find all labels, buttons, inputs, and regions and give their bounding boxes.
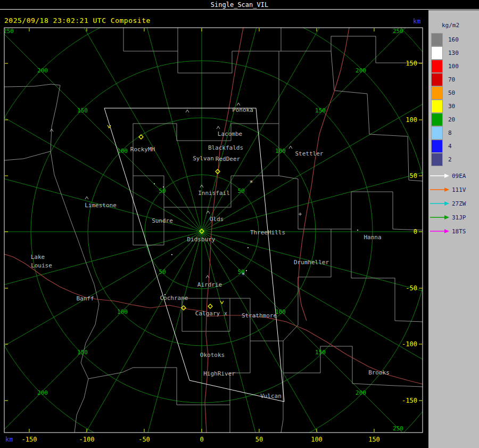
y-axis-label: 100 bbox=[406, 116, 417, 124]
scale-entry: 8 bbox=[431, 126, 459, 140]
scale-entry: 50 bbox=[431, 86, 459, 100]
x-axis-label: 100 bbox=[311, 436, 323, 443]
scale-swatch bbox=[431, 86, 443, 100]
city-label: Ponoka bbox=[232, 107, 253, 113]
radar-site-marker bbox=[208, 304, 212, 308]
county-boundary bbox=[351, 229, 423, 322]
city-label: Didsbury bbox=[187, 236, 216, 243]
scale-entry: 70 bbox=[431, 73, 459, 86]
range-label: 150 bbox=[315, 349, 326, 356]
scale-value: 2 bbox=[448, 156, 452, 163]
range-label: 100 bbox=[117, 148, 128, 154]
town-marker: * bbox=[249, 179, 253, 186]
scale-entry: 4 bbox=[431, 140, 459, 153]
scale-value: 30 bbox=[448, 103, 455, 110]
city-label: RockyMH bbox=[130, 146, 155, 153]
town-marker bbox=[186, 110, 189, 112]
range-label: 250 bbox=[3, 28, 14, 35]
y-axis-label: -100 bbox=[402, 340, 417, 348]
city-label: Okotoks bbox=[200, 352, 225, 359]
town-marker bbox=[217, 126, 220, 129]
city-label: Lacombe bbox=[218, 131, 242, 137]
scale-unit-label: kg/m2 bbox=[442, 22, 459, 29]
city-label: ThreeHills bbox=[250, 229, 285, 236]
city-label: Airdrie bbox=[197, 281, 222, 288]
city-label: Hanna bbox=[364, 234, 381, 241]
station-legend: 09EA111V27ZW31JP18TS bbox=[430, 169, 466, 238]
scale-swatch bbox=[431, 113, 443, 126]
county-boundary bbox=[4, 84, 99, 433]
scale-swatch bbox=[431, 126, 443, 140]
y-axis-label: -150 bbox=[402, 397, 417, 404]
radial-grid-line bbox=[202, 0, 423, 232]
county-boundary bbox=[279, 176, 423, 230]
town-marker bbox=[171, 254, 172, 255]
town-marker bbox=[154, 183, 155, 184]
scale-swatch bbox=[431, 153, 443, 166]
radial-grid-line bbox=[87, 232, 202, 448]
radial-grid-line bbox=[0, 232, 202, 448]
station-arrow-icon bbox=[430, 214, 450, 221]
city-label: Drumheller bbox=[294, 259, 329, 266]
city-label: Vulcan bbox=[260, 393, 282, 400]
county-boundary bbox=[4, 151, 51, 160]
city-label: Blackfalds bbox=[208, 144, 243, 151]
station-entry: 27ZW bbox=[430, 197, 466, 210]
town-marker bbox=[357, 230, 358, 231]
city-label: Limestone bbox=[85, 202, 117, 209]
radial-grid-line bbox=[202, 0, 316, 232]
county-boundary bbox=[230, 298, 250, 341]
scale-entry: 20 bbox=[431, 113, 459, 126]
range-label: 200 bbox=[356, 67, 366, 74]
scale-value: 70 bbox=[448, 76, 455, 83]
range-label: 100 bbox=[275, 148, 286, 154]
y-axis-label: 50 bbox=[410, 172, 417, 180]
city-label: Strathmore bbox=[242, 312, 277, 319]
town-marker bbox=[237, 103, 240, 105]
city-label: Stettler bbox=[295, 150, 324, 157]
range-label: 50 bbox=[159, 268, 166, 275]
city-label: Innisfail bbox=[198, 190, 230, 197]
town-marker bbox=[289, 146, 292, 149]
county-boundary bbox=[133, 176, 164, 245]
color-scale: 16013010070503020842 bbox=[431, 33, 459, 166]
scale-swatch bbox=[431, 140, 443, 153]
range-label: 50 bbox=[237, 188, 244, 194]
range-label: 100 bbox=[117, 308, 128, 315]
station-entry: 111V bbox=[430, 183, 466, 197]
radial-grid-line bbox=[0, 232, 202, 448]
station-id: 31JP bbox=[452, 214, 466, 221]
city-label: Olds bbox=[210, 216, 224, 223]
range-label: 200 bbox=[37, 389, 48, 396]
county-boundary bbox=[133, 51, 279, 141]
radial-grid-line bbox=[0, 117, 202, 232]
x-axis-label: 50 bbox=[255, 436, 263, 443]
scale-value: 8 bbox=[448, 129, 452, 136]
town-marker bbox=[164, 294, 166, 295]
radar-map-display[interactable]: 2502001501005025020015010050501001502005… bbox=[0, 0, 479, 448]
range-label: 250 bbox=[393, 425, 403, 432]
scale-entry: 160 bbox=[431, 33, 459, 46]
scale-value: 4 bbox=[448, 143, 452, 150]
town-marker bbox=[163, 186, 164, 188]
city-label: Banff bbox=[76, 295, 94, 302]
scale-entry: 2 bbox=[431, 153, 459, 166]
county-boundary bbox=[88, 368, 133, 379]
radar-app-window: Single_Scan_VIL 2025/09/18 23:02:21 UTC … bbox=[0, 0, 479, 448]
station-id: 09EA bbox=[452, 173, 466, 180]
x-axis-label: -150 bbox=[22, 436, 37, 443]
y-axis-label: 150 bbox=[406, 60, 417, 67]
town-marker bbox=[85, 197, 88, 199]
city-label: Sundre bbox=[152, 217, 173, 224]
range-label: 200 bbox=[37, 67, 48, 74]
station-id: 18TS bbox=[452, 228, 466, 235]
station-arrow-icon bbox=[430, 186, 450, 193]
town-marker bbox=[246, 270, 247, 271]
scale-swatch bbox=[431, 33, 443, 46]
range-label: 150 bbox=[77, 107, 88, 114]
scale-swatch bbox=[431, 73, 443, 86]
radial-grid-line bbox=[0, 0, 202, 232]
scale-value: 50 bbox=[448, 89, 455, 96]
scale-value: 100 bbox=[448, 63, 459, 70]
radial-grid-line bbox=[0, 232, 202, 448]
